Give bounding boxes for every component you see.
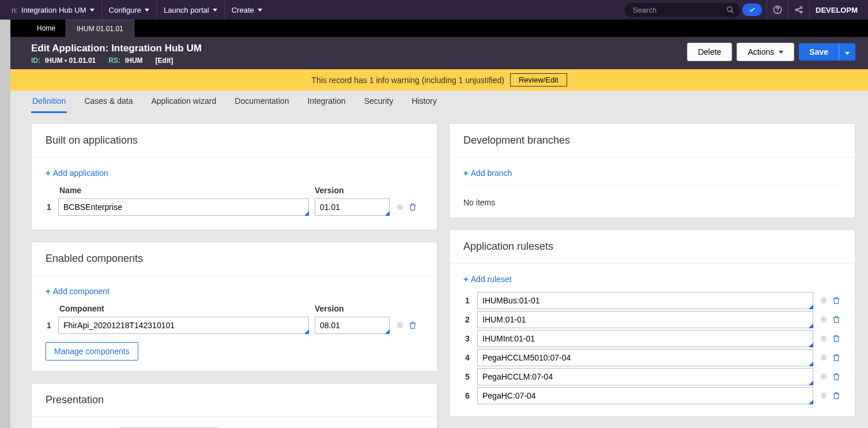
component-name-input[interactable] (58, 317, 309, 334)
page-header: Edit Application: Integration Hub UM ID:… (10, 37, 868, 69)
table-row: 1 (46, 198, 423, 216)
page-title: Edit Application: Integration Hub UM (31, 43, 687, 54)
row-number: 2 (463, 315, 471, 324)
trash-icon[interactable] (832, 372, 841, 381)
svg-point-20 (823, 338, 825, 340)
app-version-input[interactable] (315, 198, 390, 216)
tab-home[interactable]: Home (27, 20, 66, 37)
svg-line-1 (731, 11, 734, 13)
svg-point-16 (823, 300, 825, 302)
ruleset-input[interactable] (477, 311, 813, 328)
app-name-input[interactable] (58, 198, 309, 216)
delete-button[interactable]: Delete (687, 43, 732, 61)
subtab-integration[interactable]: Integration (306, 91, 346, 113)
trash-icon[interactable] (408, 321, 417, 330)
menu-create[interactable]: Create (225, 0, 269, 20)
panel-rulesets: Application rulesets + Add ruleset 1 2 (449, 230, 855, 417)
svg-point-0 (727, 7, 732, 12)
add-application-link[interactable]: + Add application (46, 168, 108, 178)
search-icon[interactable] (726, 6, 734, 14)
id-value: IHUM • 01.01.01 (45, 57, 96, 65)
trash-icon[interactable] (832, 334, 841, 343)
app-switcher[interactable]: n: Integration Hub UM (5, 0, 102, 20)
table-row: 1 (46, 317, 423, 334)
chevron-down-icon (213, 9, 217, 12)
svg-line-8 (797, 10, 800, 12)
top-bar: n: Integration Hub UM Configure Launch p… (0, 0, 868, 20)
subtab-cases-data[interactable]: Cases & data (83, 91, 134, 113)
component-version-input[interactable] (315, 317, 390, 334)
tab-record[interactable]: IHUM 01.01.01 (66, 20, 134, 37)
gear-icon[interactable] (819, 296, 828, 305)
trash-icon[interactable] (832, 353, 841, 362)
svg-point-10 (399, 207, 401, 208)
subtab-application-wizard[interactable]: Application wizard (150, 91, 217, 113)
add-branch-link[interactable]: + Add branch (463, 168, 512, 178)
row-number: 1 (463, 296, 471, 305)
panel-title: Presentation (32, 384, 437, 417)
svg-point-23 (821, 374, 826, 379)
svg-point-25 (821, 393, 826, 398)
table-row: 6 (463, 387, 841, 404)
trash-icon[interactable] (832, 296, 841, 305)
row-number: 6 (463, 391, 471, 400)
warning-banner: This record has 1 info warning (includin… (10, 69, 868, 91)
ruleset-input[interactable] (477, 349, 813, 366)
subtab-definition[interactable]: Definition (31, 91, 67, 113)
svg-point-17 (821, 317, 826, 322)
gear-icon[interactable] (819, 353, 828, 362)
save-button[interactable]: Save (799, 43, 839, 61)
trash-icon[interactable] (832, 391, 841, 400)
chevron-down-icon (258, 9, 262, 12)
id-label: ID: (31, 57, 40, 65)
svg-point-12 (399, 325, 401, 326)
trash-icon[interactable] (832, 315, 841, 324)
trash-icon[interactable] (408, 202, 417, 212)
plus-icon: + (46, 168, 51, 178)
gear-icon[interactable] (819, 372, 828, 381)
gear-icon[interactable] (395, 321, 405, 330)
search-input[interactable] (625, 3, 740, 17)
panel-built-on: Built on applications + Add application … (31, 123, 437, 230)
ruleset-input[interactable] (477, 330, 813, 347)
row-number: 5 (463, 372, 471, 381)
subtab-documentation[interactable]: Documentation (233, 91, 290, 113)
gear-icon[interactable] (819, 315, 828, 324)
content-area: Built on applications + Add application … (10, 113, 868, 428)
rs-value: IHUM (125, 57, 143, 65)
gear-icon[interactable] (395, 202, 405, 212)
no-items-text: No items (463, 196, 841, 207)
edit-link[interactable]: [Edit] (156, 57, 173, 65)
search-submit[interactable] (742, 3, 762, 16)
ruleset-input[interactable] (477, 368, 813, 385)
menu-launch-portal[interactable]: Launch portal (157, 0, 225, 20)
svg-point-18 (823, 319, 825, 321)
save-more-button[interactable] (839, 43, 855, 61)
review-edit-button[interactable]: Review/Edit (510, 73, 567, 87)
menu-configure[interactable]: Configure (102, 0, 157, 20)
add-component-link[interactable]: + Add component (46, 286, 110, 296)
add-ruleset-link[interactable]: + Add ruleset (463, 274, 512, 284)
table-row: 2 (463, 311, 841, 328)
chevron-down-icon (145, 9, 149, 12)
panel-title: Enabled components (32, 242, 437, 276)
ruleset-input[interactable] (477, 292, 813, 309)
subtab-bar: Definition Cases & data Application wiza… (10, 91, 868, 113)
svg-point-21 (821, 355, 826, 360)
svg-point-15 (821, 298, 826, 303)
svg-point-19 (821, 336, 826, 341)
panel-presentation: Presentation Skin* Render in HTML5 (31, 383, 437, 428)
share-icon[interactable] (788, 0, 809, 20)
gear-icon[interactable] (819, 391, 828, 400)
svg-point-3 (778, 12, 778, 13)
subtab-security[interactable]: Security (363, 91, 395, 113)
panel-components: Enabled components + Add component Compo… (31, 242, 437, 371)
ruleset-input[interactable] (477, 387, 813, 404)
gear-icon[interactable] (819, 334, 828, 343)
manage-components-button[interactable]: Manage components (46, 342, 138, 361)
actions-button[interactable]: Actions (737, 43, 794, 61)
subtab-history[interactable]: History (410, 91, 438, 113)
panel-branches: Development branches + Add branch No ite… (449, 123, 855, 218)
plus-icon: + (46, 286, 51, 296)
help-icon[interactable] (767, 0, 788, 20)
